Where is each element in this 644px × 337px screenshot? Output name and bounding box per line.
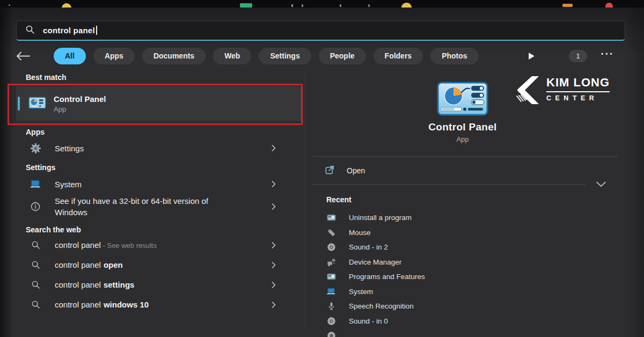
recent-item-sound-in-2[interactable]: Sound - in 2 xyxy=(326,240,605,255)
result-32-64-bit-setting[interactable]: See if you have a 32-bit or 64-bit versi… xyxy=(16,194,302,219)
result-label: System xyxy=(55,179,82,190)
detail-divider xyxy=(313,184,586,185)
chevron-right-icon xyxy=(272,262,276,268)
section-header-settings: Settings xyxy=(16,163,302,172)
query-text: control panel xyxy=(55,300,101,309)
recent-item-programs-and-features[interactable]: Programs and Features xyxy=(326,269,605,284)
best-match-result-control-panel[interactable]: Control Panel App xyxy=(16,86,302,121)
text-cursor xyxy=(96,26,97,35)
recent-item-partial[interactable] xyxy=(326,328,605,337)
web-suggestion-open[interactable]: control panelopen xyxy=(16,255,302,275)
recent-item-label: Sound - in 2 xyxy=(349,243,388,251)
sound-icon xyxy=(326,331,336,337)
info-icon xyxy=(28,202,43,211)
tabs-overflow-arrow[interactable] xyxy=(528,52,535,62)
tab-apps[interactable]: Apps xyxy=(93,48,135,64)
detail-app-type: App xyxy=(312,135,613,143)
suggestion-text: control panelwindows 10 xyxy=(55,299,149,310)
search-icon xyxy=(28,280,43,289)
screen-edge-fragment xyxy=(562,4,573,7)
chevron-down-icon xyxy=(596,181,606,188)
sound-icon xyxy=(326,243,336,252)
selection-accent-bar xyxy=(18,97,20,111)
chevron-right-icon xyxy=(272,181,276,187)
result-label: Settings xyxy=(55,143,84,154)
watermark-line1: KIM LONG xyxy=(546,76,610,90)
notification-badge[interactable]: 1 xyxy=(569,50,587,62)
tab-settings[interactable]: Settings xyxy=(259,48,311,64)
recent-item-mouse[interactable]: Mouse xyxy=(326,225,605,240)
chevron-right-icon xyxy=(272,145,276,151)
watermark-line2: CENTER xyxy=(546,94,610,102)
device-manager-icon xyxy=(326,258,336,267)
best-match-subtitle: App xyxy=(54,105,106,113)
result-settings-app[interactable]: Settings xyxy=(16,137,302,159)
search-icon xyxy=(28,260,43,269)
tab-all[interactable]: All xyxy=(54,48,86,64)
recent-item-label: Uninstall a program xyxy=(349,214,412,222)
collapse-actions-button[interactable] xyxy=(596,180,606,190)
query-text: control panel xyxy=(55,260,101,269)
tab-photos[interactable]: Photos xyxy=(430,48,478,64)
section-header-best-match: Best match xyxy=(16,73,302,82)
mouse-icon xyxy=(326,228,336,237)
recent-item-system[interactable]: System xyxy=(326,284,605,299)
tab-documents[interactable]: Documents xyxy=(142,48,206,64)
tab-web[interactable]: Web xyxy=(213,48,251,64)
open-external-icon xyxy=(325,165,335,177)
suggestion-completion: settings xyxy=(104,280,135,289)
panel-left-shade xyxy=(0,8,14,337)
screen-edge-fragment xyxy=(302,4,303,7)
screen-edge-fragment xyxy=(9,4,10,6)
query-text: control panel xyxy=(55,240,101,250)
recent-item-label: System xyxy=(349,288,373,296)
sound-icon xyxy=(326,317,336,326)
more-options-button[interactable]: ••• xyxy=(601,50,614,58)
system-monitor-icon xyxy=(28,180,43,189)
back-button[interactable] xyxy=(16,52,38,61)
screen-edge-fragment xyxy=(605,3,613,8)
suggestion-text: control panelopen xyxy=(55,259,123,270)
section-header-apps: Apps xyxy=(16,128,302,136)
suggestion-note: - See web results xyxy=(101,241,157,250)
suggestion-completion: windows 10 xyxy=(104,300,149,309)
screen-edge-fragment xyxy=(291,4,293,7)
recent-item-sound-in-0[interactable]: Sound - in 0 xyxy=(326,314,605,329)
chevron-right-icon xyxy=(272,282,276,288)
screen-edge-fragment xyxy=(340,4,341,7)
recent-item-uninstall-a-program[interactable]: Uninstall a program xyxy=(326,210,605,225)
recent-item-label: Speech Recognition xyxy=(349,302,414,310)
open-action[interactable]: Open xyxy=(313,162,565,180)
web-suggestion-see-results[interactable]: control panel - See web results xyxy=(16,235,302,255)
screen-edge-fragment xyxy=(240,3,252,8)
tab-folders[interactable]: Folders xyxy=(374,48,423,64)
panel-divider xyxy=(304,70,304,329)
recent-list: Uninstall a program Mouse Sound - in 2 D… xyxy=(326,210,605,337)
system-monitor-icon xyxy=(326,288,336,296)
detail-app-name: Control Panel xyxy=(312,121,613,133)
chevron-right-icon xyxy=(272,242,276,248)
search-input[interactable]: control panel xyxy=(16,20,625,41)
search-icon xyxy=(28,300,43,309)
tab-people[interactable]: People xyxy=(319,48,366,64)
web-suggestion-settings[interactable]: control panelsettings xyxy=(16,275,302,295)
recent-item-speech-recognition[interactable]: Speech Recognition xyxy=(326,299,605,314)
recent-item-label: Sound - in 0 xyxy=(349,317,388,325)
screen-top-edge xyxy=(0,0,644,8)
chevron-right-icon xyxy=(272,203,276,210)
arrow-left-icon xyxy=(16,52,30,61)
play-icon xyxy=(528,52,535,60)
section-header-search-web: Search the web xyxy=(16,225,302,234)
suggestion-text: control panel - See web results xyxy=(55,239,157,251)
recent-item-device-manager[interactable]: Device Manager xyxy=(326,255,605,270)
detail-divider xyxy=(313,156,618,157)
result-label: See if you have a 32-bit or 64-bit versi… xyxy=(55,195,232,218)
result-system-setting[interactable]: System xyxy=(16,174,302,194)
control-panel-icon-large xyxy=(437,82,488,118)
control-panel-icon xyxy=(28,97,46,111)
gear-icon xyxy=(28,143,43,154)
recent-item-label: Mouse xyxy=(349,229,371,237)
web-suggestion-windows-10[interactable]: control panelwindows 10 xyxy=(16,295,302,314)
filter-tab-bar: All Apps Documents Web Settings People F… xyxy=(16,47,628,64)
panel-right-shade xyxy=(626,8,644,337)
